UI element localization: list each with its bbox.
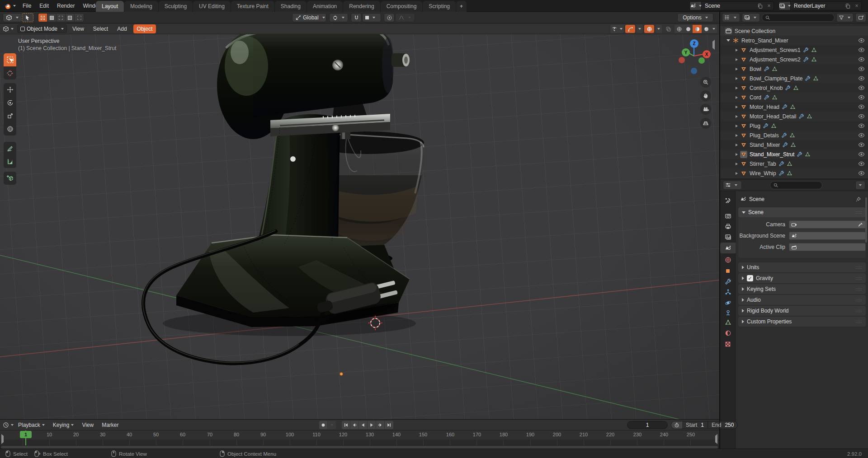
playhead-frame-badge[interactable]: 1 bbox=[20, 431, 32, 438]
tab-rendering[interactable]: Rendering bbox=[343, 1, 380, 12]
unlink-scene-button[interactable]: × bbox=[764, 2, 774, 10]
tab-texture-paint[interactable]: Texture Paint bbox=[231, 1, 274, 12]
shading-dropdown[interactable] bbox=[711, 25, 717, 33]
item-label[interactable]: Stirrer_Tab bbox=[750, 161, 776, 167]
item-label[interactable]: Plug bbox=[750, 123, 760, 129]
tab-world[interactable] bbox=[720, 254, 736, 265]
outliner-row[interactable]: Motor_Head bbox=[720, 102, 868, 112]
hide-toggle[interactable] bbox=[858, 113, 865, 120]
view-layer-name[interactable]: RenderLayer bbox=[791, 2, 843, 10]
gizmo-dropdown[interactable] bbox=[637, 25, 643, 33]
proportional-editing-toggle[interactable] bbox=[384, 13, 395, 22]
select-mode-extend[interactable] bbox=[47, 14, 57, 22]
item-label[interactable]: Stand_Mixer_Strut bbox=[750, 151, 794, 158]
camera-field[interactable] bbox=[789, 220, 866, 229]
tab-shading[interactable]: Shading bbox=[275, 1, 307, 12]
panel-drag-grip[interactable]: :::: bbox=[856, 265, 862, 270]
outliner-filter-dropdown[interactable] bbox=[836, 13, 854, 22]
sidebar-collapse-arrow[interactable] bbox=[712, 42, 715, 48]
shading-wireframe-button[interactable] bbox=[675, 25, 684, 33]
outliner-row[interactable]: Wire_Whip bbox=[720, 168, 868, 178]
gizmo-axis-y-neg[interactable] bbox=[698, 57, 705, 64]
outliner-row-selected[interactable]: Stand_Mixer_Strut bbox=[720, 150, 868, 159]
hide-toggle[interactable] bbox=[858, 37, 865, 44]
gizmo-axis-z-neg[interactable] bbox=[691, 68, 697, 74]
tab-compositing[interactable]: Compositing bbox=[381, 1, 423, 12]
rigid-body-world-panel-header[interactable]: Rigid Body World :::: bbox=[738, 306, 866, 316]
jump-to-start-button[interactable] bbox=[342, 421, 350, 429]
region-divider[interactable] bbox=[719, 12, 720, 449]
item-label[interactable]: Bowl bbox=[750, 66, 761, 72]
hide-toggle[interactable] bbox=[858, 56, 865, 63]
tool-rotate[interactable] bbox=[4, 96, 16, 109]
panel-drag-grip[interactable]: :::: bbox=[856, 319, 862, 324]
expand-arrow-icon[interactable] bbox=[736, 49, 738, 51]
outliner-row[interactable]: Stirrer_Tab bbox=[720, 159, 868, 168]
hide-toggle[interactable] bbox=[858, 170, 865, 177]
jump-to-end-button[interactable] bbox=[385, 421, 393, 429]
eyedropper-icon[interactable] bbox=[858, 222, 863, 228]
item-label[interactable]: Stand_Mixer bbox=[750, 142, 780, 148]
viewport-zoom-button[interactable] bbox=[700, 77, 711, 88]
tab-particles[interactable] bbox=[720, 286, 736, 297]
expand-arrow-icon[interactable] bbox=[736, 68, 738, 70]
tool-annotate[interactable] bbox=[4, 142, 16, 155]
xray-toggle[interactable] bbox=[663, 25, 673, 33]
outliner-filter-type-dropdown[interactable] bbox=[742, 13, 760, 22]
mode-dropdown[interactable]: Object Mode bbox=[17, 24, 67, 33]
outliner-row[interactable]: Plug_Detals bbox=[720, 131, 868, 140]
stand-mixer-model[interactable] bbox=[143, 34, 425, 364]
scene-name[interactable]: Scene bbox=[702, 2, 755, 10]
outliner-row-root[interactable]: Retro_Stand_Mixer bbox=[720, 36, 868, 45]
item-label[interactable]: Wire_Whip bbox=[750, 170, 776, 177]
menu-edit[interactable]: Edit bbox=[35, 0, 53, 12]
audio-panel-header[interactable]: Audio :::: bbox=[738, 295, 866, 305]
pivot-point-dropdown[interactable] bbox=[329, 13, 348, 22]
outliner-row[interactable]: Stand_Mixer bbox=[720, 140, 868, 150]
tab-scene[interactable] bbox=[720, 243, 736, 253]
item-label[interactable]: Scene Collection bbox=[735, 28, 775, 34]
tab-material[interactable] bbox=[720, 327, 736, 338]
next-keyframe-button[interactable] bbox=[376, 421, 385, 429]
overlays-dropdown[interactable] bbox=[656, 25, 662, 33]
tool-transform[interactable] bbox=[4, 122, 16, 136]
properties-search[interactable] bbox=[770, 181, 822, 189]
outliner-row[interactable]: Motor_Head_Detail bbox=[720, 112, 868, 121]
menu-add[interactable]: Add bbox=[113, 23, 130, 34]
gizmo-axis-y[interactable]: Y bbox=[682, 48, 690, 56]
hide-toggle[interactable] bbox=[858, 160, 865, 167]
tab-render[interactable] bbox=[720, 210, 736, 221]
expand-arrow-icon[interactable] bbox=[736, 144, 738, 146]
tab-tool[interactable] bbox=[720, 195, 736, 206]
tab-view-layer[interactable] bbox=[720, 231, 736, 242]
hide-toggle[interactable] bbox=[858, 65, 865, 72]
panel-drag-grip[interactable]: :::: bbox=[856, 308, 862, 313]
gizmo-axis-x[interactable]: X bbox=[703, 50, 711, 58]
outliner-row[interactable]: Adjustment_Screws2 bbox=[720, 55, 868, 64]
keying-set-dropdown[interactable] bbox=[328, 421, 336, 429]
hide-toggle[interactable] bbox=[858, 151, 865, 158]
properties-editor-type-dropdown[interactable] bbox=[723, 181, 742, 190]
remove-view-layer-button[interactable]: × bbox=[852, 2, 861, 10]
item-label[interactable]: Motor_Head bbox=[750, 104, 779, 110]
shading-solid-button[interactable] bbox=[684, 25, 693, 33]
ruler-scroll-right-arrow[interactable] bbox=[715, 436, 717, 442]
show-gizmo-toggle[interactable] bbox=[625, 25, 635, 33]
start-frame-field[interactable]: Start 1 bbox=[682, 422, 708, 428]
viewport-3d[interactable]: Object Mode View Select Add Object bbox=[0, 23, 720, 419]
expand-arrow-icon[interactable] bbox=[736, 77, 738, 80]
item-label[interactable]: Control_Knob bbox=[750, 85, 783, 91]
expand-arrow-icon[interactable] bbox=[736, 153, 738, 156]
selectability-dropdown[interactable] bbox=[610, 25, 624, 33]
item-label[interactable]: Plug_Detals bbox=[750, 132, 779, 139]
panel-drag-grip[interactable]: :::: bbox=[856, 287, 862, 291]
hide-toggle[interactable] bbox=[858, 103, 865, 110]
timeline-ruler[interactable]: 10 20 30 40 50 60 70 80 90 100 110 120 1… bbox=[0, 430, 720, 445]
hide-toggle[interactable] bbox=[858, 84, 865, 91]
current-frame-field[interactable]: 1 bbox=[627, 421, 668, 429]
expand-arrow-icon[interactable] bbox=[736, 125, 738, 127]
auto-keyframe-button[interactable] bbox=[319, 421, 328, 429]
viewport-pan-button[interactable] bbox=[700, 90, 711, 101]
outliner-display-mode-dropdown[interactable] bbox=[722, 13, 740, 22]
snap-toggle[interactable] bbox=[351, 13, 362, 22]
